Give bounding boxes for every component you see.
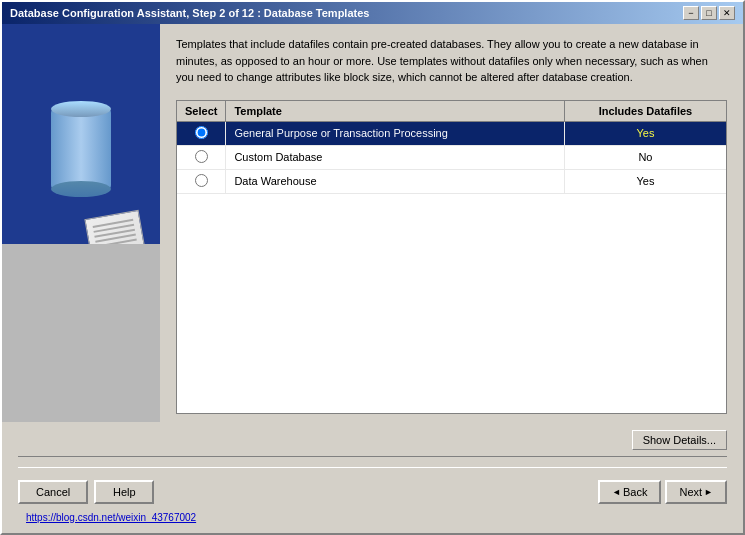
next-button[interactable]: Next ► [665,480,727,504]
includes-cell-1: No [564,145,726,169]
cylinder-shape [51,109,111,189]
back-label: Back [623,486,647,498]
right-panel: Templates that include datafiles contain… [160,24,743,422]
nav-left: Cancel Help [18,480,154,504]
left-panel [2,24,160,422]
col-select: Select [177,101,226,122]
next-label: Next [679,486,702,498]
template-cell-0: General Purpose or Transaction Processin… [226,121,564,145]
templates-table-container: Select Template Includes Datafiles Gener… [176,100,727,415]
close-button[interactable]: ✕ [719,6,735,20]
window-controls: − □ ✕ [683,6,735,20]
next-chevron: ► [704,487,713,497]
table-row[interactable]: Custom DatabaseNo [177,145,726,169]
back-chevron: ◄ [612,487,621,497]
col-includes: Includes Datafiles [564,101,726,122]
includes-cell-0: Yes [564,121,726,145]
radio-input-1[interactable] [195,150,208,163]
radio-cell-1[interactable] [177,145,226,169]
back-button[interactable]: ◄ Back [598,480,661,504]
col-template: Template [226,101,564,122]
radio-input-0[interactable] [195,126,208,139]
description-text: Templates that include datafiles contain… [176,36,727,86]
show-details-button[interactable]: Show Details... [632,430,727,450]
nav-row: Cancel Help ◄ Back Next ► [18,480,727,504]
window-body: Templates that include datafiles contain… [2,24,743,422]
database-icon [51,109,111,189]
cancel-button[interactable]: Cancel [18,480,88,504]
includes-cell-2: Yes [564,169,726,193]
title-bar: Database Configuration Assistant, Step 2… [2,2,743,24]
templates-table: Select Template Includes Datafiles Gener… [177,101,726,194]
template-cell-2: Data Warehouse [226,169,564,193]
table-row[interactable]: Data WarehouseYes [177,169,726,193]
main-window: Database Configuration Assistant, Step 2… [0,0,745,535]
radio-cell-2[interactable] [177,169,226,193]
help-button[interactable]: Help [94,480,154,504]
minimize-button[interactable]: − [683,6,699,20]
left-panel-gray [2,244,160,422]
url-bar: https://blog.csdn.net/weixin_43767002 [18,510,727,525]
separator-1 [18,456,727,457]
table-row[interactable]: General Purpose or Transaction Processin… [177,121,726,145]
show-details-row: Show Details... [18,430,727,450]
radio-cell-0[interactable] [177,121,226,145]
table-header-row: Select Template Includes Datafiles [177,101,726,122]
separator-2 [18,467,727,468]
maximize-button[interactable]: □ [701,6,717,20]
radio-input-2[interactable] [195,174,208,187]
nav-right: ◄ Back Next ► [598,480,727,504]
bottom-section: Show Details... Cancel Help ◄ Back Next … [2,422,743,533]
window-title: Database Configuration Assistant, Step 2… [10,7,369,19]
template-cell-1: Custom Database [226,145,564,169]
